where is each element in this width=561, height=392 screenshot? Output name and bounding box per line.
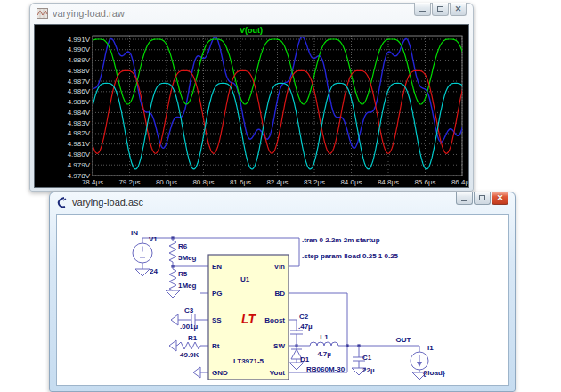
schematic-window-title: varying-load.asc — [72, 197, 143, 208]
svg-text:4.979V: 4.979V — [68, 161, 91, 169]
close-button[interactable]: ✕ — [450, 3, 467, 16]
svg-text:4.980V: 4.980V — [68, 151, 91, 159]
spice-directive-step[interactable]: .step param Iload 0.25 1 0.25 — [302, 252, 399, 260]
svg-text:78.4µs: 78.4µs — [82, 178, 103, 186]
gnd-pin-ground — [193, 367, 208, 378]
maximize-button[interactable] — [474, 192, 491, 205]
svg-text:Boost: Boost — [264, 316, 285, 324]
svg-text:4.983V: 4.983V — [68, 119, 91, 127]
svg-text:R1: R1 — [188, 334, 198, 342]
component-c1[interactable]: C1 22µ — [352, 346, 375, 375]
component-v1[interactable]: IN V1 24 — [131, 229, 158, 276]
close-button[interactable]: ✕ — [492, 192, 508, 205]
svg-text:D1: D1 — [300, 355, 310, 363]
schematic-canvas[interactable]: IN V1 24 R6 5Meg R5 1Meg C3 — [56, 214, 509, 386]
svg-text:4.989V: 4.989V — [68, 56, 91, 64]
svg-text:86.4µs: 86.4µs — [451, 178, 468, 186]
component-l1[interactable]: L1 4.7µ — [297, 333, 347, 358]
svg-text:.001µ: .001µ — [180, 323, 199, 331]
component-r1[interactable]: R1 49.9K — [169, 334, 208, 359]
svg-text:C2: C2 — [299, 313, 309, 321]
waveform-traces — [89, 37, 465, 169]
svg-text:4.985V: 4.985V — [68, 98, 91, 106]
svg-text:Vout: Vout — [270, 369, 286, 377]
close-icon: ✕ — [497, 194, 504, 202]
component-r6[interactable]: R6 5Meg — [169, 238, 197, 266]
svg-text:4.988V: 4.988V — [68, 67, 91, 75]
waveform-plot-canvas[interactable]: 4.991V4.990V4.989V4.988V4.987V4.986V4.98… — [34, 24, 469, 188]
svg-text:4.7µ: 4.7µ — [317, 350, 331, 358]
svg-text:.47µ: .47µ — [298, 323, 313, 331]
y-axis-labels: 4.991V4.990V4.989V4.988V4.987V4.986V4.98… — [68, 36, 91, 180]
svg-text:84.0µs: 84.0µs — [340, 178, 362, 186]
svg-text:4.984V: 4.984V — [68, 109, 91, 117]
plot-grid — [93, 36, 462, 176]
svg-text:Vin: Vin — [274, 263, 285, 271]
svg-text:5Meg: 5Meg — [178, 254, 197, 262]
x-axis-labels: 78.4µs79.2µs80.0µs80.8µs81.6µs82.4µs83.2… — [82, 178, 468, 186]
waveform-window: varying-load.raw ✕ 4.991V4.990V4.989V4.9… — [29, 3, 474, 192]
net-label-out: OUT — [396, 336, 411, 344]
svg-text:24: 24 — [150, 267, 158, 275]
lt-logo: LT — [241, 312, 257, 326]
svg-text:R5: R5 — [178, 270, 188, 278]
svg-text:85.6µs: 85.6µs — [414, 178, 435, 186]
close-icon: ✕ — [455, 5, 462, 13]
waveform-titlebar[interactable]: varying-load.raw ✕ — [30, 4, 473, 23]
svg-text:22µ: 22µ — [362, 366, 375, 374]
maximize-button[interactable] — [432, 3, 449, 16]
svg-text:V1: V1 — [149, 235, 158, 243]
svg-text:83.2µs: 83.2µs — [304, 178, 325, 186]
ic-partnumber: LT3971-5 — [233, 357, 264, 365]
net-label-in: IN — [131, 229, 138, 237]
svg-text:4.982V: 4.982V — [68, 129, 91, 137]
svg-text:80.8µs: 80.8µs — [192, 178, 214, 186]
svg-text:4.990V: 4.990V — [68, 45, 91, 53]
svg-text:79.2µs: 79.2µs — [118, 178, 140, 186]
waveform-window-title: varying-load.raw — [53, 8, 125, 19]
svg-text:SS: SS — [212, 316, 222, 324]
svg-text:{Iload}: {Iload} — [423, 369, 445, 377]
svg-text:1Meg: 1Meg — [178, 282, 197, 290]
raw-file-icon — [37, 8, 48, 19]
minimize-button[interactable] — [414, 3, 431, 16]
svg-text:4.981V: 4.981V — [68, 140, 91, 148]
component-r5[interactable]: R5 1Meg — [166, 266, 197, 298]
ic-refdes: U1 — [240, 275, 250, 283]
svg-text:4.987V: 4.987V — [68, 78, 91, 86]
component-c2[interactable]: C2 .47µ — [289, 313, 313, 346]
svg-text:SW: SW — [273, 342, 285, 350]
minimize-icon — [419, 11, 426, 12]
svg-text:80.0µs: 80.0µs — [156, 178, 177, 186]
minimize-icon — [461, 200, 467, 201]
svg-text:49.9K: 49.9K — [180, 351, 199, 359]
schematic-titlebar[interactable]: varying-load.asc ✕ — [50, 192, 515, 212]
component-u1-lt3971[interactable]: EN PG SS Rt GND Vin BD Boost SW Vout U1 … — [208, 255, 289, 380]
svg-text:BD: BD — [274, 290, 285, 298]
svg-text:81.6µs: 81.6µs — [230, 178, 251, 186]
maximize-icon — [479, 195, 485, 200]
svg-text:4.986V: 4.986V — [68, 87, 91, 95]
svg-text:PG: PG — [212, 290, 223, 298]
svg-text:R6: R6 — [178, 242, 188, 250]
svg-text:GND: GND — [212, 369, 228, 377]
svg-text:L1: L1 — [320, 333, 329, 341]
maximize-icon — [437, 6, 443, 12]
svg-text:82.4µs: 82.4µs — [266, 178, 288, 186]
svg-text:C1: C1 — [362, 354, 372, 362]
trace-legend-vout[interactable]: V(out) — [240, 26, 263, 35]
asc-file-icon — [56, 197, 68, 208]
component-c3[interactable]: C3 .001µ — [171, 306, 208, 331]
svg-text:EN: EN — [212, 263, 222, 271]
svg-text:RB060M-30: RB060M-30 — [306, 365, 346, 373]
svg-text:84.8µs: 84.8µs — [378, 178, 399, 186]
schematic-window: varying-load.asc ✕ — [49, 192, 516, 392]
minimize-button[interactable] — [456, 192, 473, 205]
spice-directive-tran[interactable]: .tran 0 2.2m 2m startup — [302, 236, 380, 244]
svg-text:I1: I1 — [427, 344, 434, 352]
component-i1[interactable]: I1 {Iload} — [411, 344, 445, 380]
svg-text:Rt: Rt — [212, 342, 220, 350]
svg-text:4.991V: 4.991V — [68, 36, 91, 44]
svg-text:C3: C3 — [184, 306, 194, 314]
